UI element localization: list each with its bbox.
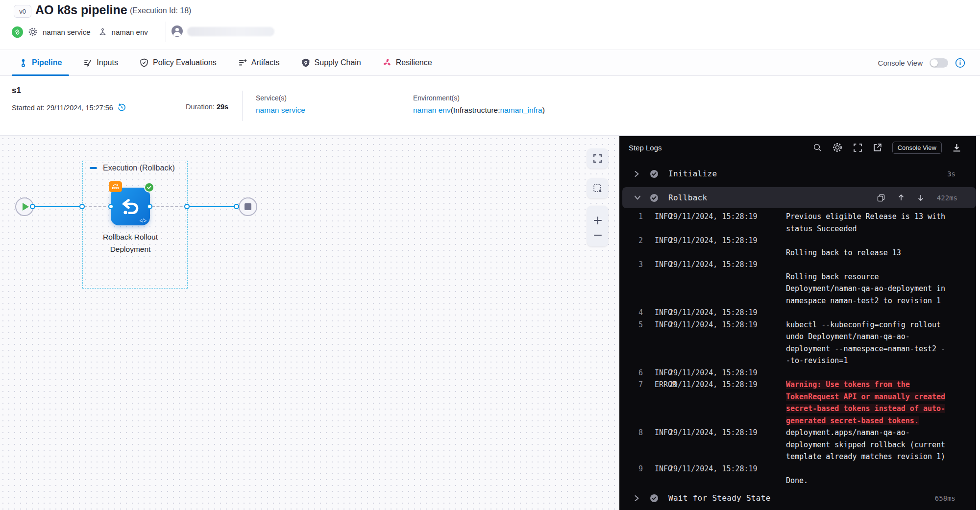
canvas-select-button[interactable] — [587, 178, 608, 198]
log-line-message: Rolling back to release 13 — [786, 235, 968, 259]
execution-tabbar: Pipeline Inputs Policy Evaluations Artif… — [0, 49, 980, 76]
log-line-number: 6 — [619, 367, 643, 379]
log-lines[interactable]: 1 INFO 29/11/2024, 15:28:19 Previous eli… — [619, 211, 968, 487]
step-success-icon — [650, 170, 659, 178]
inputs-icon — [83, 58, 92, 67]
redacted-user-email — [187, 27, 274, 36]
log-line-timestamp: 29/11/2024, 15:28:19 — [669, 379, 786, 427]
stage-started-at: Started at: 29/11/2024, 15:27:56 — [12, 103, 126, 112]
log-section-wait-steady-state[interactable]: Wait for Steady State 658ms — [619, 487, 976, 509]
log-line-number: 5 — [619, 319, 643, 367]
cd-module-icon — [12, 26, 23, 38]
console-view-controls: Console View — [878, 49, 980, 76]
environment-link[interactable]: naman env — [413, 106, 451, 114]
tab-artifacts[interactable]: Artifacts — [231, 50, 287, 75]
edge-group-to-end — [189, 206, 238, 207]
log-section-initialize[interactable]: Initialize 3s — [619, 163, 976, 184]
log-line-timestamp: 29/11/2024, 15:28:19 — [669, 367, 786, 379]
expand-fullscreen-icon[interactable] — [853, 143, 862, 152]
info-icon[interactable] — [955, 58, 965, 68]
step-success-icon — [650, 194, 659, 202]
log-line: 5 INFO 29/11/2024, 15:28:19 kubectl --ku… — [619, 319, 968, 367]
tab-label: Inputs — [97, 58, 118, 67]
history-icon[interactable] — [117, 103, 126, 112]
log-line: 6 INFO 29/11/2024, 15:28:19 — [619, 367, 968, 379]
duration-value: 29s — [217, 103, 228, 111]
rollback-step-node[interactable]: </> — [111, 188, 150, 225]
log-line-timestamp: 29/11/2024, 15:28:19 — [669, 307, 786, 319]
stage-duration: Duration: 29s — [186, 103, 228, 111]
log-line-message: Done. — [786, 463, 968, 487]
console-view-toggle[interactable] — [930, 58, 948, 68]
log-line-level: ERROR — [643, 379, 669, 427]
started-at-text: Started at: 29/11/2024, 15:27:56 — [12, 104, 113, 112]
service-name[interactable]: naman service — [43, 28, 91, 36]
stop-icon — [245, 203, 251, 210]
tab-inputs[interactable]: Inputs — [76, 50, 125, 75]
console-view-button[interactable]: Console View — [892, 142, 942, 154]
tab-supply-chain[interactable]: Supply Chain — [294, 50, 368, 75]
canvas-zoom-controls — [587, 206, 608, 246]
log-line-level: INFO — [643, 211, 669, 235]
log-line: 8 INFO 29/11/2024, 15:28:19 deployment.a… — [619, 427, 968, 463]
log-line-message: Previous eligible Release is 13 withstat… — [786, 211, 968, 235]
log-section-rollback[interactable]: Rollback 422ms — [622, 187, 976, 208]
chevron-down-icon[interactable] — [634, 195, 642, 200]
step-node-label: Rollback Rollout Deployment — [72, 231, 189, 255]
environment-name[interactable]: naman env — [112, 28, 148, 36]
log-line-level: INFO — [643, 307, 669, 319]
log-panel-scrollbar[interactable] — [976, 136, 980, 510]
zoom-out-button[interactable] — [593, 233, 603, 237]
step-logs-header: Step Logs Console View — [619, 136, 976, 159]
services-label: Service(s) — [256, 94, 287, 102]
supply-chain-shield-icon — [301, 58, 310, 67]
log-line-timestamp: 29/11/2024, 15:28:19 — [669, 463, 786, 487]
port — [147, 204, 152, 209]
artifacts-icon — [238, 58, 247, 67]
policy-shield-check-icon — [140, 58, 148, 67]
user-avatar — [172, 25, 183, 37]
scroll-down-icon[interactable] — [917, 194, 924, 201]
log-line-number: 3 — [619, 259, 643, 307]
section-name: Wait for Steady State — [668, 493, 771, 503]
stage-name: s1 — [12, 86, 21, 96]
page-title: AO k8s pipeline — [35, 3, 127, 17]
log-settings-gear-icon[interactable] — [832, 142, 843, 153]
collapse-group-icon[interactable] — [90, 167, 97, 169]
end-node[interactable] — [239, 197, 257, 216]
execution-id: (Execution Id: 18) — [130, 6, 191, 15]
step-success-icon — [650, 494, 659, 503]
tab-resilience[interactable]: Resilience — [375, 50, 440, 75]
zoom-in-button[interactable] — [593, 216, 603, 225]
open-in-new-icon[interactable] — [873, 143, 882, 152]
search-icon[interactable] — [813, 143, 822, 152]
tab-pipeline[interactable]: Pipeline — [12, 50, 69, 75]
section-duration: 422ms — [937, 194, 957, 202]
harness-execution-page: v0 AO k8s pipeline (Execution Id: 18) na… — [0, 0, 980, 510]
copy-logs-icon[interactable] — [877, 194, 885, 202]
infrastructure-link[interactable]: naman_infra — [500, 106, 542, 114]
tab-label: Pipeline — [32, 58, 62, 67]
canvas-fullscreen-button[interactable] — [587, 148, 608, 169]
service-link[interactable]: naman service — [256, 106, 305, 115]
chevron-right-icon[interactable] — [634, 495, 642, 502]
console-view-label: Console View — [878, 59, 923, 67]
environment-icon — [98, 28, 107, 36]
log-line-message: deployment.apps/naman-qa-ao-deployment s… — [786, 427, 968, 463]
execution-meta-row: naman service naman env — [12, 25, 148, 38]
group-title: Execution (Rollback) — [103, 164, 175, 172]
stage-divider — [242, 91, 243, 121]
log-line-timestamp: 29/11/2024, 15:28:19 — [669, 259, 786, 307]
marquee-select-icon — [593, 184, 602, 193]
download-logs-icon[interactable] — [952, 143, 961, 152]
chevron-right-icon[interactable] — [634, 170, 642, 177]
tab-policy-evaluations[interactable]: Policy Evaluations — [132, 50, 224, 75]
scroll-up-icon[interactable] — [898, 194, 905, 201]
log-line-message: Rolling back resourceDeployment/naman-qa… — [786, 259, 968, 307]
header-divider — [166, 22, 166, 42]
log-line: 1 INFO 29/11/2024, 15:28:19 Previous eli… — [619, 211, 968, 235]
port — [108, 204, 114, 209]
edge-start-to-group — [32, 206, 82, 207]
log-line-level: INFO — [643, 259, 669, 307]
log-line-level: INFO — [643, 367, 669, 379]
